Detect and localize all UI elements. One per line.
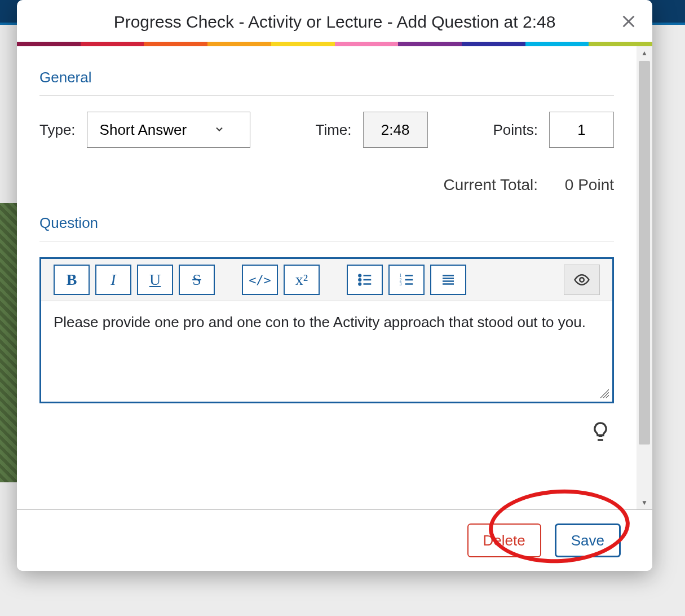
code-button[interactable]: </>: [242, 265, 278, 295]
superscript-button[interactable]: x²: [284, 265, 320, 295]
scroll-down-icon[interactable]: ▼: [637, 496, 652, 509]
editor-toolbar: B I U S </> x² 123: [41, 259, 612, 301]
svg-text:3: 3: [400, 281, 402, 287]
italic-button[interactable]: I: [95, 265, 131, 295]
strikethrough-button[interactable]: S: [179, 265, 215, 295]
type-select[interactable]: Short Answer: [87, 112, 250, 148]
chevron-down-icon: [214, 121, 225, 139]
hint-row: [39, 403, 614, 448]
modal-body: General Type: Short Answer Time:: [17, 46, 652, 509]
scrollbar[interactable]: ▲ ▼: [637, 46, 652, 509]
svg-point-2: [359, 283, 361, 285]
numbered-list-button[interactable]: 123: [388, 265, 425, 295]
time-field: [363, 112, 428, 148]
general-row: Type: Short Answer Time: Points:: [39, 112, 614, 148]
time-label: Time:: [316, 121, 352, 139]
points-label: Points:: [493, 121, 538, 139]
bullet-list-icon: [356, 271, 373, 288]
resize-handle-icon[interactable]: [600, 389, 609, 398]
rainbow-divider: [17, 42, 652, 46]
section-label-general: General: [39, 69, 614, 96]
close-icon: [621, 14, 637, 29]
current-total-label: Current Total:: [443, 176, 538, 193]
time-group: Time:: [316, 112, 428, 148]
close-button[interactable]: [617, 10, 640, 33]
current-total-value: 0 Point: [565, 176, 614, 193]
modal-footer: Delete Save: [17, 509, 652, 571]
svg-point-1: [359, 279, 361, 281]
save-button[interactable]: Save: [555, 523, 621, 557]
scroll-up-icon[interactable]: ▲: [637, 46, 652, 60]
numbered-list-icon: 123: [398, 271, 415, 288]
type-label: Type:: [39, 121, 76, 139]
section-label-question: Question: [39, 214, 614, 241]
current-total-row: Current Total: 0 Point: [39, 176, 614, 194]
question-editor: B I U S </> x² 123: [39, 257, 614, 403]
list-icon: [440, 271, 457, 288]
underline-button[interactable]: U: [137, 265, 173, 295]
preview-button[interactable]: [564, 265, 600, 295]
question-textarea[interactable]: Please provide one pro and one con to th…: [41, 301, 612, 402]
eye-icon: [573, 271, 590, 288]
modal-title: Progress Check - Activity or Lecture - A…: [34, 12, 635, 32]
add-question-modal: Progress Check - Activity or Lecture - A…: [17, 0, 652, 571]
delete-button[interactable]: Delete: [467, 523, 541, 557]
scrollbar-thumb[interactable]: [639, 61, 650, 445]
lightbulb-icon[interactable]: [589, 420, 612, 443]
bullet-list-button[interactable]: [347, 265, 383, 295]
svg-point-0: [359, 275, 361, 277]
scrollbar-track[interactable]: [637, 60, 652, 496]
modal-header: Progress Check - Activity or Lecture - A…: [17, 0, 652, 42]
list-button[interactable]: [430, 265, 466, 295]
points-group: Points:: [493, 112, 614, 148]
points-field[interactable]: [549, 112, 614, 148]
type-group: Type: Short Answer: [39, 112, 250, 148]
bold-button[interactable]: B: [54, 265, 90, 295]
type-select-value: Short Answer: [100, 121, 187, 139]
svg-point-16: [580, 278, 584, 282]
modal-scroll-content: General Type: Short Answer Time:: [17, 46, 637, 509]
